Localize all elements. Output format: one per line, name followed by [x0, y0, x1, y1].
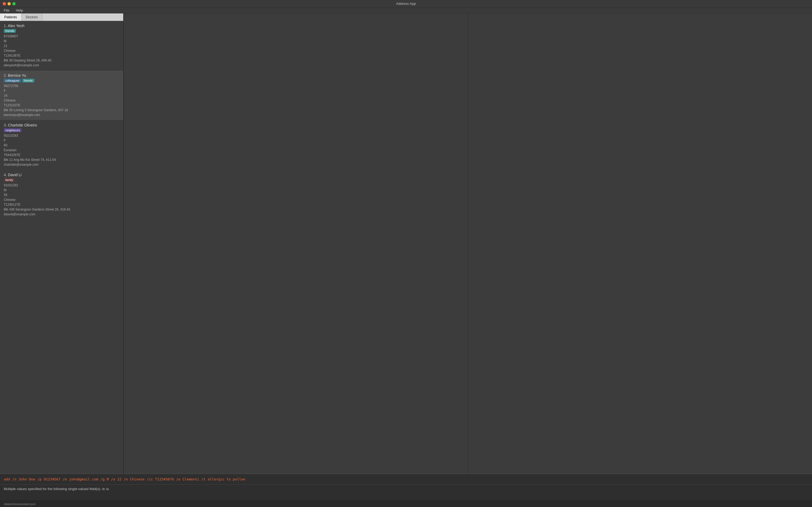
command-input[interactable]: [4, 477, 808, 481]
minimize-button[interactable]: [7, 2, 11, 5]
list-item[interactable]: 2. Bernice Yucolleaguesfriends99272758F1…: [0, 71, 123, 120]
contact-name: 4. David Li: [4, 173, 119, 177]
status-message: Multiple values specified for the follow…: [4, 487, 109, 491]
contact-detail: 99272758F16ChineseT1231437EBlk 30 Lorong…: [4, 83, 119, 117]
left-panel: Patients Doctors 1. Alex Yeohfriends8743…: [0, 13, 123, 474]
contact-detail: 91031282M55ChineseT1290127EBlk 436 Seran…: [4, 183, 119, 217]
contact-tags: colleaguesfriends: [4, 79, 119, 82]
far-right-panel: [468, 13, 812, 474]
status-area: Multiple values specified for the follow…: [0, 485, 812, 501]
tab-doctors[interactable]: Doctors: [21, 13, 43, 21]
contact-name: 1. Alex Yeoh: [4, 23, 119, 28]
contact-detail: 93210283F60EurasianT5443267EBlk 11 Ang M…: [4, 133, 119, 167]
tab-bar: Patients Doctors: [0, 13, 123, 21]
tag-colleagues: colleagues: [4, 79, 21, 82]
maximize-button[interactable]: [12, 2, 15, 5]
tag-friends: friends: [22, 79, 35, 82]
menubar: File Help: [0, 7, 812, 13]
menu-file[interactable]: File: [2, 8, 11, 13]
contact-list[interactable]: 1. Alex Yeohfriends87438807M21ChineseT13…: [0, 21, 123, 474]
menu-help[interactable]: Help: [14, 8, 25, 13]
tag-family: family: [4, 178, 15, 182]
contact-tags: friends: [4, 29, 119, 33]
titlebar: Address App: [0, 0, 812, 7]
contact-name: 3. Charlotte Oliveiro: [4, 123, 119, 127]
file-path: /data/clinicassistant.json: [4, 502, 36, 506]
tab-patients[interactable]: Patients: [0, 13, 21, 21]
tag-friends: friends: [4, 29, 16, 33]
list-item[interactable]: 3. Charlotte Oliveironeighbours93210283F…: [0, 120, 123, 170]
contact-tags: family: [4, 178, 119, 182]
right-panel: [124, 13, 468, 474]
window-controls: [3, 2, 15, 5]
contact-tags: neighbours: [4, 128, 119, 132]
close-button[interactable]: [3, 2, 6, 5]
main-container: Patients Doctors 1. Alex Yeohfriends8743…: [0, 13, 812, 474]
contact-detail: 87438807M21ChineseT1341367EBlk 30 Geylan…: [4, 34, 119, 68]
list-item[interactable]: 1. Alex Yeohfriends87438807M21ChineseT13…: [0, 21, 123, 71]
app-title: Address App: [396, 2, 416, 6]
contact-name: 2. Bernice Yu: [4, 73, 119, 77]
tag-neighbours: neighbours: [4, 128, 21, 132]
footer: /data/clinicassistant.json: [0, 501, 812, 507]
command-area[interactable]: [0, 474, 812, 485]
list-item[interactable]: 4. David Lifamily91031282M55ChineseT1290…: [0, 170, 123, 220]
